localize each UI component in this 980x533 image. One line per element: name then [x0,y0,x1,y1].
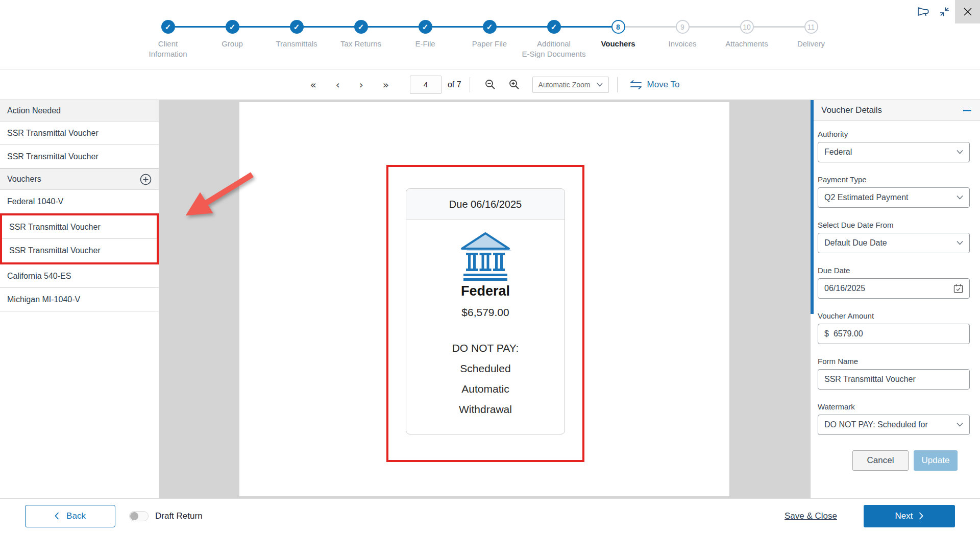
step-group[interactable]: ✓Group [200,20,264,49]
footer-bar: Back Draft Return Save & Close Next [0,498,980,533]
step-e-file[interactable]: ✓E-File [393,20,457,49]
watermark-line: DO NOT PAY: [452,338,519,358]
step-invoices[interactable]: 9Invoices [650,20,715,49]
step-delivery[interactable]: 11Delivery [779,20,843,49]
step-label: Attachments [725,39,768,49]
zoom-level-select[interactable]: Automatic Zoom [532,77,609,93]
select-due-date-from-select[interactable]: Default Due Date [818,233,970,253]
voucher-amount-input[interactable]: $6579.00 [818,324,970,344]
watermark-select[interactable]: DO NOT PAY: Scheduled for [818,415,970,435]
app-window: ✓Client Information✓Group✓Transmittals✓T… [0,0,980,533]
watermark-line: Automatic [452,379,519,399]
step-transmittals[interactable]: ✓Transmittals [264,20,329,49]
field-due-date: Due Date06/16/2025 [818,266,970,299]
voucher-card: Due 06/16/2025 [406,188,565,434]
sidebar-item-ssr-transmittal-voucher[interactable]: SSR Transmittal Voucher [2,215,157,239]
cancel-button[interactable]: Cancel [852,450,909,471]
authority-value: Federal [824,148,852,157]
payment-type-value: Q2 Estimated Payment [824,193,909,202]
sidebar-item-ssr-transmittal-voucher[interactable]: SSR Transmittal Voucher [0,145,159,168]
voucher-amount-value: 6579.00 [834,329,863,338]
collapse-window-icon[interactable] [934,2,955,22]
panel-actions: Cancel Update [811,448,980,471]
toolbar-divider [617,77,618,92]
voucher-amount-label: Voucher Amount [818,311,970,320]
back-button-label: Back [66,511,86,521]
chevron-down-icon [957,241,963,246]
step-check-icon: ✓ [226,20,239,34]
sidebar-section-label: Vouchers [7,175,41,184]
authority-select[interactable]: Federal [818,142,970,162]
payment-type-select[interactable]: Q2 Estimated Payment [818,187,970,208]
sidebar-item-ssr-transmittal-voucher[interactable]: SSR Transmittal Voucher [2,239,157,262]
field-authority: AuthorityFederal [818,130,970,162]
step-vouchers[interactable]: 8Vouchers [586,20,650,49]
panel-scrollbar[interactable] [811,100,814,314]
sidebar-item-michigan-mi-1040-v[interactable]: Michigan MI-1040-V [0,288,159,311]
step-number: 9 [676,20,690,34]
watermark-line: Scheduled [452,358,519,379]
payment-type-label: Payment Type [818,175,970,184]
page-number-input[interactable] [410,76,442,94]
first-page-icon[interactable]: « [300,79,326,91]
sidebar-item-california-540-es[interactable]: California 540-ES [0,264,159,288]
voucher-sidebar: Action NeededSSR Transmittal VoucherSSR … [0,100,159,498]
voucher-amount: $6,579.00 [461,306,509,319]
field-voucher-amount: Voucher Amount$6579.00 [818,311,970,344]
update-button[interactable]: Update [914,450,958,471]
watermark-label: Watermark [818,402,970,411]
voucher-watermark: DO NOT PAY:ScheduledAutomaticWithdrawal [452,338,519,420]
zoom-out-icon[interactable] [478,79,502,90]
chevron-right-icon [919,512,923,520]
sidebar-item-federal-1040-v[interactable]: Federal 1040-V [0,190,159,213]
collapse-panel-icon[interactable] [963,110,971,111]
draft-return-toggle[interactable] [129,511,149,521]
voucher-authority: Federal [461,283,510,299]
zoom-in-icon[interactable] [502,79,526,90]
page-total-label: of 7 [448,80,461,89]
step-check-icon: ✓ [547,20,561,34]
back-button[interactable]: Back [25,505,115,527]
move-to-button[interactable]: Move To [630,80,680,90]
due-date-value: 06/16/2025 [824,284,865,293]
chevron-down-icon [957,196,963,200]
step-check-icon: ✓ [354,20,368,34]
page-nav-buttons: «‹›» [300,79,399,91]
previous-page-icon[interactable]: ‹ [326,79,350,91]
step-check-icon: ✓ [419,20,432,34]
voucher-card-body: Federal $6,579.00 DO NOT PAY:ScheduledAu… [406,220,565,434]
main-body: Action NeededSSR Transmittal VoucherSSR … [0,100,980,498]
form-name-input[interactable]: SSR Transmittal Voucher [818,369,970,390]
plus-circle-icon [140,174,152,185]
next-page-icon[interactable]: › [350,79,373,91]
document-page: Due 06/16/2025 [239,102,729,496]
last-page-icon[interactable]: » [373,79,399,91]
annotation-red-box-sidebar: SSR Transmittal VoucherSSR Transmittal V… [0,213,159,264]
watermark-line: Withdrawal [452,399,519,420]
step-label: Additional E-Sign Documents [522,39,585,59]
step-tax-returns[interactable]: ✓Tax Returns [329,20,393,49]
sidebar-item-ssr-transmittal-voucher[interactable]: SSR Transmittal Voucher [0,122,159,145]
step-label: Vouchers [601,39,635,49]
close-icon[interactable] [955,0,980,23]
sidebar-section-vouchers: Vouchers [0,168,159,190]
swap-arrows-icon [630,80,642,89]
announcement-icon[interactable] [912,2,934,22]
pdf-toolbar: «‹›» of 7 Automatic Zoom Move To [0,69,980,100]
save-and-close-link[interactable]: Save & Close [785,511,837,521]
field-select-due-date-from: Select Due Date FromDefault Due Date [818,221,970,253]
step-attachments[interactable]: 10Attachments [715,20,779,49]
window-controls [912,0,980,23]
step-number: 8 [611,20,625,34]
next-button[interactable]: Next [864,505,955,527]
step-paper-file[interactable]: ✓Paper File [457,20,522,49]
document-viewer: Due 06/16/2025 [159,100,810,498]
stepper-header: ✓Client Information✓Group✓Transmittals✓T… [0,0,980,69]
chevron-down-icon [957,150,963,155]
calendar-icon [953,284,963,294]
due-date-input[interactable]: 06/16/2025 [818,278,970,299]
add-voucher-button[interactable] [140,174,152,185]
draft-return-label: Draft Return [155,511,203,521]
step-check-icon: ✓ [290,20,304,34]
step-number: 11 [804,20,818,34]
